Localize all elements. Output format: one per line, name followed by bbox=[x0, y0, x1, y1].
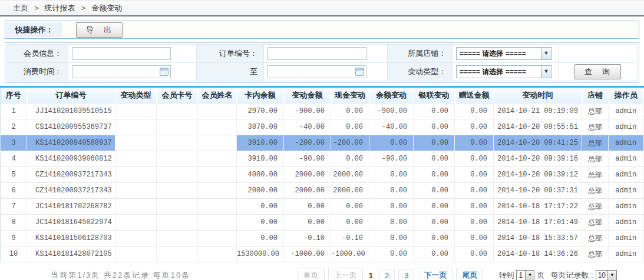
page-number-button[interactable]: 3 bbox=[398, 269, 414, 280]
table-cell: 0.00 bbox=[455, 215, 494, 231]
page-number-button[interactable]: 2 bbox=[379, 269, 395, 280]
quick-ops-label: 快捷操作： bbox=[6, 22, 62, 37]
member-info-input[interactable] bbox=[72, 47, 171, 60]
table-row[interactable]: 3KS14102009405889373910.00-200.00-200.00… bbox=[1, 135, 644, 151]
table-row[interactable]: 9KS14101815061287030.00-0.10-0.100.000.0… bbox=[1, 231, 644, 246]
last-page-button[interactable]: 尾页 bbox=[456, 268, 483, 280]
table-row[interactable]: 7JC14101817022687820.000.000.000.000.000… bbox=[1, 199, 644, 215]
table-cell: admin bbox=[609, 104, 644, 119]
to-label: 至 bbox=[197, 63, 264, 81]
table-cell: 10 bbox=[1, 246, 27, 262]
table-cell: 3 bbox=[1, 135, 27, 151]
table-cell: 2014-10-18 14:36:26 bbox=[494, 246, 582, 262]
table-cell: admin bbox=[609, 135, 644, 151]
consume-time-label: 消费时间： bbox=[7, 63, 68, 81]
amount-change-table: 序号订单编号变动类型会员卡号会员姓名卡内余额变动金额现金变动余额变动银联变动赠送… bbox=[0, 86, 644, 262]
table-cell: 2014-10-20 09:41:25 bbox=[494, 135, 582, 151]
goto-page-select[interactable]: 1 ▼ bbox=[516, 270, 534, 280]
table-row[interactable]: 10KS14101814280721051530000.00-1000.00-1… bbox=[1, 246, 644, 262]
breadcrumb-current: 金额变动 bbox=[91, 3, 122, 14]
table-cell: 0.00 bbox=[455, 199, 494, 215]
order-no-input[interactable] bbox=[267, 47, 366, 60]
table-cell: 0.00 bbox=[369, 183, 414, 199]
prev-page-button[interactable]: 上一页 bbox=[328, 268, 363, 280]
chevron-down-icon: ▼ bbox=[541, 66, 551, 78]
table-cell: 0.00 bbox=[369, 231, 414, 246]
table-cell bbox=[115, 167, 157, 183]
shop-label: 所属店铺： bbox=[388, 45, 453, 63]
table-cell: 总部 bbox=[582, 246, 609, 262]
consume-time-start-input[interactable] bbox=[72, 65, 171, 78]
table-cell: 8 bbox=[1, 215, 27, 231]
breadcrumb-home[interactable]: 主页 bbox=[13, 3, 28, 14]
table-row[interactable]: 2CS14102009553697373870.00-40.000.00-40.… bbox=[1, 119, 644, 135]
table-cell: 总部 bbox=[582, 231, 609, 246]
table-cell bbox=[198, 231, 237, 246]
member-info-label: 会员信息： bbox=[7, 45, 68, 63]
table-cell: 总部 bbox=[582, 151, 609, 167]
table-cell: KS1410181428072105 bbox=[27, 246, 115, 262]
table-cell: 9 bbox=[1, 231, 27, 246]
quick-ops-panel: 快捷操作： 导 出 bbox=[5, 21, 639, 39]
goto-page-value: 1 bbox=[517, 271, 525, 279]
calendar-icon[interactable] bbox=[355, 68, 364, 76]
table-cell: 3870.00 bbox=[237, 119, 284, 135]
table-cell bbox=[157, 167, 198, 183]
shop-select-value: ===== 请选择 ===== bbox=[457, 49, 541, 59]
table-cell bbox=[198, 119, 237, 135]
table-cell: -40.00 bbox=[284, 119, 331, 135]
table-row[interactable]: 5CZ14102009372173434000.002000.002000.00… bbox=[1, 167, 644, 183]
table-cell: 0.00 bbox=[414, 119, 455, 135]
shop-select[interactable]: ===== 请选择 ===== ▼ bbox=[456, 47, 551, 60]
table-row[interactable]: 1JJ14102010395105152970.00-900.000.00-90… bbox=[1, 104, 644, 119]
table-row[interactable]: 8JC14101816450229740.000.000.000.000.000… bbox=[1, 215, 644, 231]
table-cell: 2000.00 bbox=[237, 183, 284, 199]
column-header: 余额变动 bbox=[369, 87, 414, 104]
chevron-down-icon: ▼ bbox=[607, 271, 616, 280]
column-header: 银联变动 bbox=[414, 87, 455, 104]
table-cell: 0.00 bbox=[331, 151, 369, 167]
page-summary: 当前第1/3页 共22条记录 每页10条 bbox=[51, 270, 190, 280]
table-cell: 7 bbox=[1, 199, 27, 215]
table-cell: -90.00 bbox=[369, 151, 414, 167]
first-page-button[interactable]: 首页 bbox=[298, 268, 325, 280]
table-cell: 0.00 bbox=[369, 215, 414, 231]
table-cell: -90.00 bbox=[284, 151, 331, 167]
consume-time-end-input[interactable] bbox=[267, 65, 366, 78]
table-row[interactable]: 4KS14102009390608123910.00-90.000.00-90.… bbox=[1, 151, 644, 167]
table-cell: 4000.00 bbox=[237, 167, 284, 183]
table-cell: 2000.00 bbox=[331, 183, 369, 199]
table-cell: 0.00 bbox=[369, 135, 414, 151]
calendar-icon[interactable] bbox=[160, 68, 169, 76]
table-cell bbox=[157, 104, 198, 119]
page-links: 123 bbox=[366, 269, 415, 280]
table-cell bbox=[157, 183, 198, 199]
table-cell: 0.00 bbox=[455, 246, 494, 262]
table-cell: 0.00 bbox=[455, 104, 494, 119]
table-cell: 0.00 bbox=[284, 215, 331, 231]
table-cell: 总部 bbox=[582, 119, 609, 135]
table-cell: 0.00 bbox=[414, 104, 455, 119]
pagination: 首页 上一页 123 下一页 尾页 bbox=[298, 268, 484, 280]
export-button[interactable]: 导 出 bbox=[76, 22, 123, 38]
table-cell: 0.00 bbox=[455, 167, 494, 183]
current-page-indicator: 1 bbox=[366, 269, 375, 280]
table-cell: admin bbox=[609, 246, 644, 262]
table-row[interactable]: 6CZ14102009372173432000.002000.002000.00… bbox=[1, 183, 644, 199]
table-cell: CS1410200955369737 bbox=[27, 119, 115, 135]
table-cell bbox=[198, 151, 237, 167]
table-cell: JJ1410201039510515 bbox=[27, 104, 115, 119]
table-cell: 2000.00 bbox=[331, 167, 369, 183]
column-header: 变动类型 bbox=[115, 87, 157, 104]
search-button[interactable]: 查 询 bbox=[574, 64, 621, 79]
change-type-select[interactable]: ===== 请选择 ===== ▼ bbox=[456, 65, 551, 78]
next-page-button[interactable]: 下一页 bbox=[418, 268, 453, 280]
table-cell: -1000.00 bbox=[331, 246, 369, 262]
page-size-label: 每页记录数 : bbox=[550, 270, 593, 280]
table-cell bbox=[198, 246, 237, 262]
page-size-select[interactable]: 10 ▼ bbox=[596, 270, 617, 280]
chevron-down-icon: ▼ bbox=[541, 48, 551, 59]
table-cell: 0.00 bbox=[369, 167, 414, 183]
breadcrumb-report[interactable]: 统计报表 bbox=[45, 3, 75, 14]
table-cell: KS1410200939060812 bbox=[27, 151, 115, 167]
